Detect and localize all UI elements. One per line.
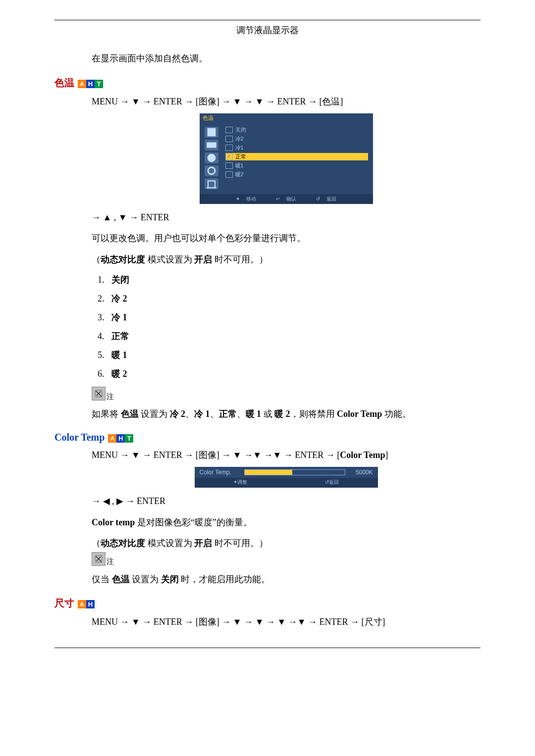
- badge-t-icon: T: [95, 80, 103, 88]
- osd-left-icons: [200, 122, 223, 194]
- osd-tab-icon: [205, 127, 218, 138]
- osd-option: 冷2: [225, 135, 368, 143]
- list-item: 冷 2: [107, 293, 481, 304]
- svg-point-1: [207, 153, 215, 162]
- list-item: 冷 1: [107, 311, 481, 323]
- section-title: 色温: [54, 77, 74, 88]
- mode-badges: A H: [78, 600, 95, 608]
- osd-footer: ✦调整 ↺返回: [195, 478, 378, 488]
- section-title: 尺寸: [54, 598, 74, 608]
- color-tone-desc: 可以更改色调。用户也可以对单个色彩分量进行调节。: [92, 231, 481, 246]
- move-icon: ✦: [236, 196, 240, 202]
- badge-a-icon: A: [78, 600, 86, 608]
- section-color-tone-heading: 色温 A H T: [54, 76, 481, 90]
- nav-step: → ▲ , ▼ → ENTER: [92, 210, 481, 225]
- badge-a-icon: A: [108, 434, 116, 443]
- menu-path-size: MENU → ▼ → ENTER → [图像] → ▼ → ▼ → ▼ →▼ →…: [92, 616, 481, 628]
- osd-option: 冷1: [225, 144, 368, 151]
- color-tone-options-list: 关闭 冷 2 冷 1 正常 暖 1 暖 2: [92, 274, 481, 380]
- mode-badges: A H T: [78, 80, 103, 88]
- osd-tab-icon: [205, 140, 218, 151]
- mode-badges: A H T: [108, 434, 133, 443]
- note-icon: [92, 387, 106, 401]
- osd-slider-track: [244, 469, 345, 475]
- osd-option: 暖2: [225, 171, 368, 178]
- list-item: 正常: [107, 330, 481, 342]
- badge-a-icon: A: [78, 80, 86, 88]
- note-icon: [92, 552, 106, 566]
- menu-path-color-temp: MENU → ▼ → ENTER → [图像] → ▼ →▼ →▼ → ENTE…: [92, 449, 481, 461]
- note-label: 注: [107, 557, 114, 566]
- svg-point-2: [208, 167, 215, 174]
- badge-t-icon: T: [125, 434, 133, 443]
- note-label: 注: [107, 392, 114, 402]
- osd-tab-icon: [205, 152, 218, 163]
- osd-menu-color-tone: 色温 关闭 冷2 冷1 ✓正常 暖1 暖2: [200, 113, 373, 204]
- svg-rect-0: [207, 142, 216, 148]
- osd-footer: ✦移动 ↵确认 ↺返回: [200, 194, 373, 204]
- note-body: 如果将 色温 设置为 冷 2、冷 1、正常、暖 1 或 暖 2，则将禁用 Col…: [92, 406, 481, 422]
- dynamic-contrast-note: （动态对比度 模式设置为 开启 时不可用。）: [92, 252, 481, 267]
- intro-text: 在显示画面中添加自然色调。: [92, 51, 481, 66]
- return-icon: ↺: [316, 196, 320, 202]
- list-item: 关闭: [107, 274, 481, 286]
- osd-option-selected: ✓正常: [225, 153, 368, 160]
- section-color-temp-heading: Color Temp A H T: [54, 432, 481, 443]
- badge-h-icon: H: [116, 434, 125, 443]
- nav-step: → ◀ , ▶ → ENTER: [92, 494, 481, 509]
- enter-icon: ↵: [276, 196, 280, 202]
- osd-title: 色温: [200, 113, 373, 122]
- list-item: 暖 1: [107, 349, 481, 361]
- note-heading: 注: [92, 552, 481, 566]
- osd-tab-icon: [205, 178, 218, 189]
- list-item: 暖 2: [107, 368, 481, 380]
- osd-slider-label: Color Temp.: [200, 469, 244, 476]
- osd-slider-value: 5000K: [345, 469, 373, 476]
- menu-path-color-tone: MENU → ▼ → ENTER → [图像] → ▼ → ▼ → ENTER …: [92, 96, 481, 107]
- section-size-heading: 尺寸 A H: [54, 597, 481, 610]
- badge-h-icon: H: [86, 80, 95, 88]
- osd-option: 关闭: [225, 126, 368, 134]
- section-title: Color Temp: [54, 432, 105, 443]
- osd-slider-color-temp: Color Temp. 5000K ✦调整 ↺返回: [195, 467, 378, 488]
- return-icon: ↺: [325, 479, 329, 485]
- note-body: 仅当 色温 设置为 关闭 时，才能启用此功能。: [92, 572, 481, 587]
- note-heading: 注: [92, 387, 481, 401]
- badge-h-icon: H: [86, 600, 95, 608]
- osd-options-list: 关闭 冷2 冷1 ✓正常 暖1 暖2: [223, 122, 373, 194]
- page-header: 调节液晶显示器: [0, 24, 535, 36]
- dynamic-contrast-note: （动态对比度 模式设置为 开启 时不可用。）: [92, 536, 481, 551]
- osd-option: 暖1: [225, 162, 368, 169]
- osd-tab-icon: [205, 165, 218, 176]
- color-temp-desc: Color temp 是对图像色彩“暖度”的衡量。: [92, 515, 481, 530]
- move-icon: ✦: [233, 479, 237, 485]
